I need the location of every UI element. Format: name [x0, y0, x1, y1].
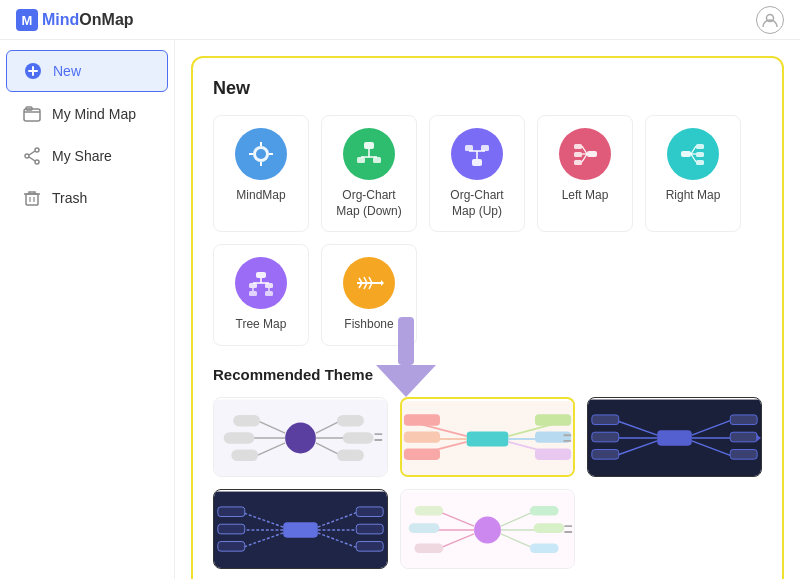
org-chart-down-label: Org-Chart Map (Down) [334, 188, 404, 219]
map-type-fishbone[interactable]: Fishbone [321, 244, 417, 346]
svg-rect-40 [681, 151, 691, 157]
svg-rect-99 [592, 415, 619, 425]
svg-rect-136 [534, 523, 565, 533]
svg-line-11 [29, 151, 35, 155]
map-type-org-chart-up[interactable]: Org-Chart Map (Up) [429, 115, 525, 232]
org-chart-down-svg [354, 139, 384, 169]
theme-5-preview [401, 490, 574, 569]
svg-rect-93 [535, 448, 571, 459]
svg-rect-36 [574, 160, 582, 165]
svg-point-65 [285, 422, 316, 453]
org-chart-up-svg [462, 139, 492, 169]
themes-grid [213, 397, 762, 569]
svg-line-37 [582, 146, 587, 154]
svg-text:M: M [22, 13, 33, 28]
sidebar-item-trash-label: Trash [52, 190, 87, 206]
svg-rect-120 [356, 507, 383, 517]
svg-rect-24 [357, 157, 365, 163]
svg-rect-122 [356, 524, 383, 534]
new-section-title: New [213, 78, 762, 99]
recommended-theme-title: Recommended Theme [213, 366, 762, 383]
svg-rect-112 [283, 522, 318, 537]
org-chart-up-icon [451, 128, 503, 180]
main-layout: New My Mind Map [0, 40, 800, 579]
svg-rect-89 [535, 414, 571, 425]
org-chart-up-label: Org-Chart Map (Up) [442, 188, 512, 219]
svg-rect-73 [337, 415, 364, 427]
svg-rect-128 [414, 506, 443, 516]
header: M MindOnMap [0, 0, 800, 40]
my-share-icon [22, 146, 42, 166]
svg-rect-34 [574, 144, 582, 149]
my-mind-map-icon [22, 104, 42, 124]
theme-4[interactable] [213, 489, 388, 569]
svg-point-18 [256, 149, 266, 159]
plus-circle-icon [24, 62, 42, 80]
map-type-left-map[interactable]: Left Map [537, 115, 633, 232]
trash-icon [22, 188, 42, 208]
svg-rect-51 [265, 291, 273, 296]
svg-rect-109 [730, 449, 757, 459]
svg-point-126 [474, 516, 501, 543]
svg-rect-29 [465, 145, 473, 151]
right-map-svg [678, 139, 708, 169]
mindmap-svg [246, 139, 276, 169]
svg-rect-134 [530, 506, 559, 516]
svg-rect-25 [373, 157, 381, 163]
svg-rect-13 [26, 194, 38, 205]
sidebar-item-trash[interactable]: Trash [6, 178, 168, 218]
logo: M MindOnMap [16, 9, 134, 31]
svg-rect-41 [696, 144, 704, 149]
map-type-mindmap[interactable]: MindMap [213, 115, 309, 232]
logo-icon: M [16, 9, 38, 31]
svg-rect-97 [657, 430, 692, 445]
svg-rect-83 [404, 414, 440, 425]
logo-text: MindOnMap [42, 11, 134, 29]
svg-rect-71 [231, 449, 258, 461]
svg-point-10 [25, 154, 29, 158]
svg-rect-67 [233, 415, 260, 427]
fishbone-svg [354, 268, 384, 298]
theme-4-preview [214, 490, 387, 569]
folder-icon [23, 105, 41, 123]
left-map-svg [570, 139, 600, 169]
svg-rect-30 [481, 145, 489, 151]
svg-rect-103 [592, 449, 619, 459]
svg-rect-43 [696, 160, 704, 165]
sidebar: New My Mind Map [0, 40, 175, 579]
sidebar-item-my-mind-map[interactable]: My Mind Map [6, 94, 168, 134]
map-type-tree-map[interactable]: Tree Map [213, 244, 309, 346]
svg-rect-118 [218, 541, 245, 551]
user-avatar[interactable] [756, 6, 784, 34]
tree-map-icon [235, 257, 287, 309]
svg-rect-42 [696, 152, 704, 157]
svg-rect-81 [467, 431, 509, 446]
right-map-icon [667, 128, 719, 180]
mindmap-icon [235, 128, 287, 180]
theme-2-preview [402, 399, 573, 477]
svg-rect-6 [24, 109, 40, 121]
sidebar-item-my-share-label: My Share [52, 148, 112, 164]
left-map-icon [559, 128, 611, 180]
sidebar-item-my-share[interactable]: My Share [6, 136, 168, 176]
svg-rect-132 [414, 543, 443, 553]
theme-1[interactable] [213, 397, 388, 477]
svg-line-46 [691, 154, 696, 162]
tree-map-label: Tree Map [236, 317, 287, 333]
map-type-org-chart-down[interactable]: Org-Chart Map (Down) [321, 115, 417, 232]
share-icon [23, 147, 41, 165]
map-type-right-map[interactable]: Right Map [645, 115, 741, 232]
theme-5[interactable] [400, 489, 575, 569]
user-icon [762, 12, 778, 28]
theme-3[interactable] [587, 397, 762, 477]
left-map-label: Left Map [562, 188, 609, 204]
theme-2[interactable] [400, 397, 575, 477]
map-types-grid: MindMap Org-Chart Map (Down) [213, 115, 762, 346]
svg-point-8 [35, 148, 39, 152]
svg-line-12 [29, 157, 35, 161]
sidebar-item-new[interactable]: New [6, 50, 168, 92]
svg-rect-87 [404, 448, 440, 459]
svg-line-44 [691, 146, 696, 154]
theme-1-preview [214, 398, 387, 477]
sidebar-item-new-label: New [53, 63, 81, 79]
